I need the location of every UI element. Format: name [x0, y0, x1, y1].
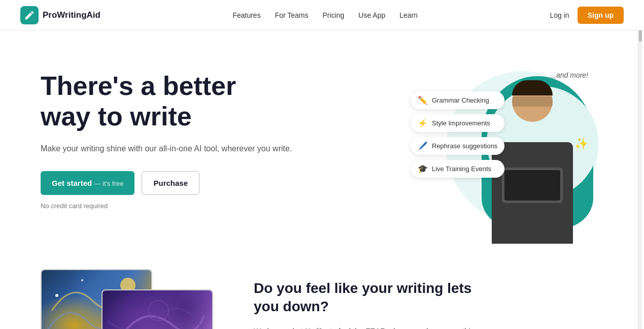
rephrase-icon: 🖊️ [418, 141, 428, 151]
grammar-icon: ✏️ [418, 95, 428, 105]
hero-right: ✏️ Grammar Checking ⚡ Style Improvements… [411, 61, 603, 234]
navbar: ProWritingAid Features For Teams Pricing… [0, 0, 644, 30]
pill-training: 🎓 Live Training Events [411, 160, 504, 178]
nav-actions: Log in Sign up [550, 7, 624, 24]
nav-pricing[interactable]: Pricing [323, 11, 345, 19]
laptop [502, 168, 563, 203]
hero-section: There's a better way to write Make your … [0, 30, 644, 254]
lower-title: Do you feel like your writing lets you d… [254, 279, 497, 316]
nav-learn[interactable]: Learn [399, 11, 418, 19]
no-credit-card-text: No credit card required [41, 202, 292, 210]
sparkle-icon: ✨ [574, 137, 588, 150]
swirl-svg [103, 290, 213, 329]
get-started-button[interactable]: Get started — it's free [41, 171, 134, 195]
scrollbar[interactable] [638, 0, 642, 329]
lower-card [101, 289, 213, 329]
style-icon: ⚡ [418, 118, 428, 128]
glasses [512, 96, 553, 107]
svg-point-1 [55, 294, 58, 297]
hero-left: There's a better way to write Make your … [41, 61, 292, 210]
pill-grammar: ✏️ Grammar Checking [411, 91, 504, 109]
logo[interactable]: ProWritingAid [20, 6, 100, 24]
logo-svg [24, 10, 35, 21]
lower-right: Do you feel like your writing lets you d… [254, 269, 497, 329]
svg-point-2 [81, 279, 83, 281]
training-icon: 🎓 [418, 164, 428, 174]
lower-section: My idea in my head Do you feel like your… [0, 254, 644, 329]
hero-buttons: Get started — it's free Purchase [41, 171, 292, 195]
feature-pills: ✏️ Grammar Checking ⚡ Style Improvements… [411, 91, 504, 178]
laptop-screen [504, 170, 560, 201]
nav-use-app[interactable]: Use App [358, 11, 385, 19]
nav-links: Features For Teams Pricing Use App Learn [232, 11, 418, 19]
login-link[interactable]: Log in [550, 11, 569, 19]
lower-text: We know what it's like to feel the FEAR … [254, 324, 497, 329]
purchase-button[interactable]: Purchase [142, 171, 199, 195]
signup-button[interactable]: Sign up [578, 7, 624, 24]
pill-style: ⚡ Style Improvements [411, 114, 504, 132]
nav-features[interactable]: Features [232, 11, 260, 19]
lower-image-area: My idea in my head [41, 269, 213, 329]
nav-for-teams[interactable]: For Teams [275, 11, 309, 19]
hero-subtitle: Make your writing shine with our all-in-… [41, 142, 292, 155]
logo-icon [20, 6, 39, 24]
logo-text: ProWritingAid [43, 10, 100, 20]
pill-rephrase: 🖊️ Rephrase suggestions [411, 137, 504, 155]
hero-title: There's a better way to write [41, 71, 292, 132]
